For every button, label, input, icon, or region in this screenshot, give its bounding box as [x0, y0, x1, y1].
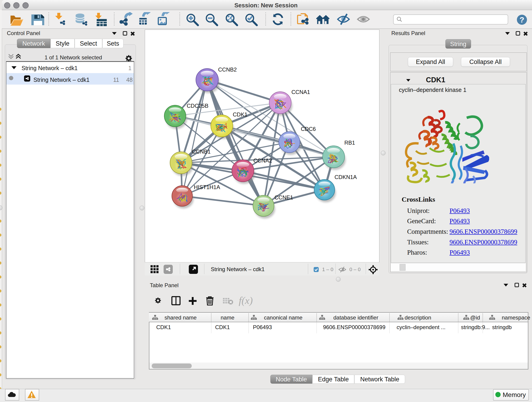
svg-text:RB1: RB1	[344, 140, 355, 146]
svg-text:CDC6: CDC6	[301, 126, 316, 132]
svg-text:HIST1H1A: HIST1H1A	[194, 184, 220, 190]
svg-text:CDKN1A: CDKN1A	[335, 174, 357, 180]
svg-text:CCNA1: CCNA1	[291, 89, 310, 95]
svg-text:CDK1: CDK1	[233, 111, 247, 118]
svg-text:CCNE1: CCNE1	[274, 194, 293, 201]
svg-text:CDC25B: CDC25B	[187, 103, 209, 109]
svg-text:CCNB2: CCNB2	[218, 66, 237, 73]
svg-text:CCNA2: CCNA2	[253, 157, 272, 164]
svg-text:CCNB1: CCNB1	[192, 148, 210, 155]
